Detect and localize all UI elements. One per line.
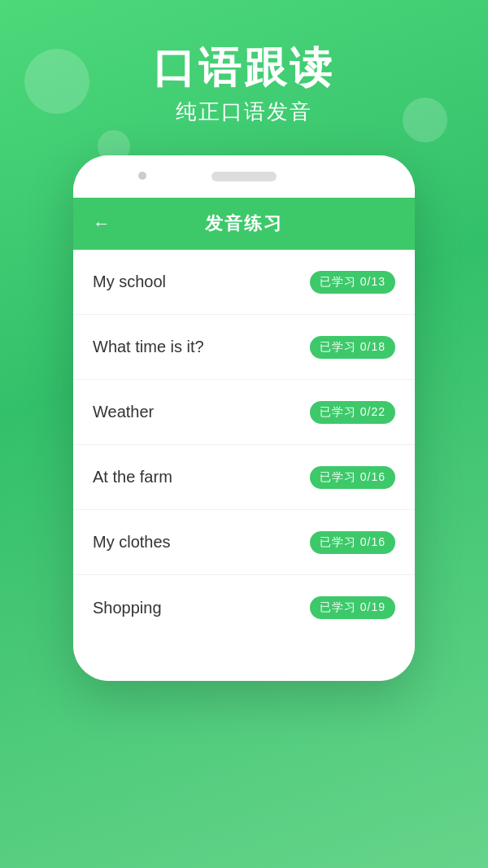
list-item[interactable]: What time is it?已学习 0/18 — [73, 315, 415, 380]
main-title: 口语跟读 — [153, 45, 335, 91]
item-badge: 已学习 0/22 — [310, 401, 395, 424]
phone-speaker — [211, 172, 277, 181]
item-label: My clothes — [93, 533, 171, 552]
app-header: ← 发音练习 — [73, 198, 415, 250]
deco-circle-3 — [403, 98, 447, 142]
item-label: At the farm — [93, 468, 172, 486]
back-button[interactable]: ← — [93, 213, 111, 234]
item-badge: 已学习 0/19 — [310, 596, 395, 619]
lesson-list: My school已学习 0/13What time is it?已学习 0/1… — [73, 250, 415, 640]
item-badge: 已学习 0/18 — [310, 336, 395, 359]
list-item[interactable]: Weather已学习 0/22 — [73, 380, 415, 445]
app-title: 发音练习 — [205, 212, 283, 236]
phone-mockup: ← 发音练习 My school已学习 0/13What time is it?… — [73, 155, 415, 681]
item-label: What time is it? — [93, 338, 204, 356]
list-item[interactable]: My school已学习 0/13 — [73, 250, 415, 315]
item-label: Weather — [93, 403, 154, 421]
list-item[interactable]: My clothes已学习 0/16 — [73, 510, 415, 575]
deco-circle-1 — [24, 49, 89, 114]
list-item[interactable]: Shopping已学习 0/19 — [73, 575, 415, 640]
phone-bottom-space — [73, 640, 415, 681]
main-subtitle: 纯正口语发音 — [153, 98, 335, 126]
item-label: Shopping — [93, 599, 162, 617]
item-badge: 已学习 0/13 — [310, 271, 395, 294]
phone-camera — [138, 172, 146, 180]
item-badge: 已学习 0/16 — [310, 466, 395, 489]
phone-top-bar — [73, 155, 415, 198]
list-item[interactable]: At the farm已学习 0/16 — [73, 445, 415, 510]
item-label: My school — [93, 273, 166, 291]
header-section: 口语跟读 纯正口语发音 — [153, 45, 335, 126]
item-badge: 已学习 0/16 — [310, 531, 395, 554]
